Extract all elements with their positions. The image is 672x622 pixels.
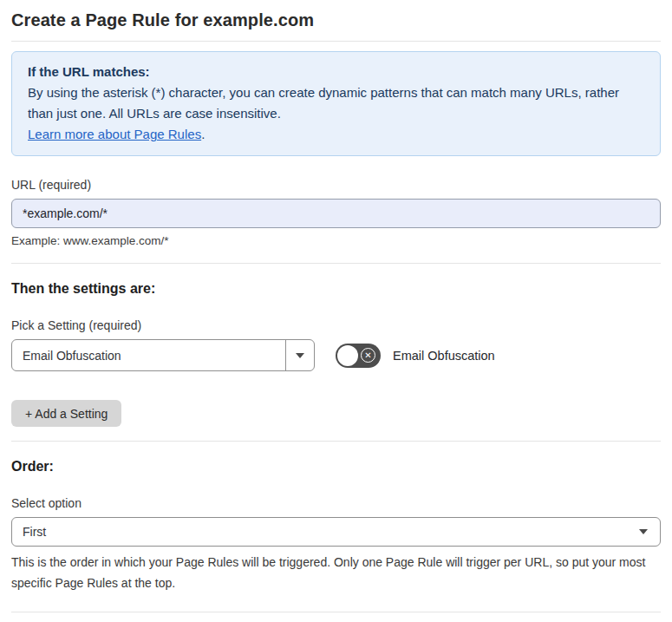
add-setting-button[interactable]: + Add a Setting xyxy=(11,400,121,427)
order-select[interactable]: First xyxy=(11,517,661,547)
email-obfuscation-toggle-label: Email Obfuscation xyxy=(393,349,495,363)
footer-divider xyxy=(11,612,661,612)
create-page-rule-panel: Create a Page Rule for example.com If th… xyxy=(0,0,672,622)
settings-section-divider xyxy=(11,441,661,442)
order-help-text: This is the order in which your Page Rul… xyxy=(11,552,661,593)
setting-select-arrow-button[interactable] xyxy=(285,340,314,370)
setting-picker-label: Pick a Setting (required) xyxy=(11,318,661,332)
chevron-down-icon xyxy=(296,353,304,358)
url-input[interactable] xyxy=(11,199,661,228)
email-obfuscation-toggle[interactable]: ✕ xyxy=(336,344,381,368)
setting-select[interactable]: Email Obfuscation xyxy=(11,339,315,371)
setting-select-value: Email Obfuscation xyxy=(12,340,285,370)
link-suffix: . xyxy=(201,127,205,141)
order-section-heading: Order: xyxy=(11,459,661,475)
url-field-hint: Example: www.example.com/* xyxy=(11,234,661,247)
url-match-info-box: If the URL matches: By using the asteris… xyxy=(11,51,661,156)
info-box-link-line: Learn more about Page Rules. xyxy=(28,124,644,145)
setting-row: Email Obfuscation ✕ Email Obfuscation xyxy=(11,339,661,371)
chevron-down-icon xyxy=(639,529,648,534)
url-field-label: URL (required) xyxy=(11,178,661,192)
toggle-knob xyxy=(337,345,358,366)
page-title: Create a Page Rule for example.com xyxy=(11,10,661,30)
info-box-body: By using the asterisk (*) character, you… xyxy=(28,82,644,124)
info-box-heading: If the URL matches: xyxy=(28,62,644,82)
settings-section-heading: Then the settings are: xyxy=(11,281,661,297)
toggle-off-x-icon: ✕ xyxy=(361,348,375,363)
email-obfuscation-toggle-group: ✕ Email Obfuscation xyxy=(336,344,495,368)
url-section-divider xyxy=(11,263,661,264)
title-divider xyxy=(11,41,661,42)
order-select-value: First xyxy=(23,525,46,539)
order-select-label: Select option xyxy=(11,496,661,510)
learn-more-link[interactable]: Learn more about Page Rules xyxy=(28,127,201,141)
